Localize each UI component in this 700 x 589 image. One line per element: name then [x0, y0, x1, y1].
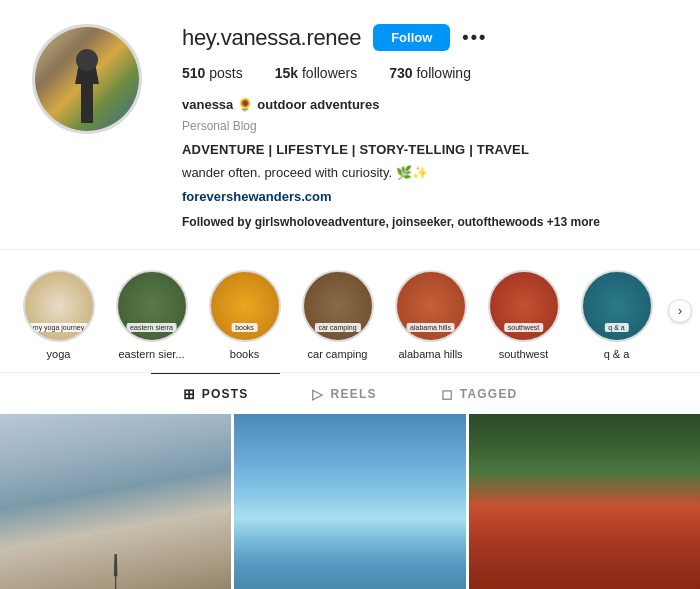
highlight-yoga[interactable]: my yoga journeyyoga: [16, 270, 101, 360]
highlight-alabama-hills[interactable]: alabama hillsalabama hills: [388, 270, 473, 360]
tagged-tab-label: TAGGED: [460, 387, 518, 401]
posts-label: posts: [209, 65, 242, 81]
posts-tab-icon: ⊞: [183, 386, 196, 402]
highlight-inner-label: southwest: [504, 323, 544, 332]
highlight-circle: my yoga journey: [23, 270, 95, 342]
stats-row: 510 posts 15k followers 730 following: [182, 65, 668, 81]
bio-description: ADVENTURE | LIFESTYLE | STORY-TELLING | …: [182, 140, 668, 161]
more-options-icon[interactable]: •••: [462, 27, 487, 48]
highlight-label: yoga: [19, 348, 99, 360]
highlight-inner-label: car camping: [314, 323, 360, 332]
followed-by-prefix: Followed by: [182, 215, 251, 229]
bio-emoji: 🌻: [237, 95, 253, 116]
followed-by-names[interactable]: girlswholoveadventure, joinseeker, outof…: [255, 215, 544, 229]
profile-info: hey.vanessa.renee Follow ••• 510 posts 1…: [182, 24, 668, 233]
reels-tab-icon: ▷: [312, 386, 324, 402]
highlights-section: my yoga journeyyogaeastern sierraeastern…: [0, 249, 700, 372]
highlight-inner-label: q & a: [604, 323, 628, 332]
highlight-circle: alabama hills: [395, 270, 467, 342]
tab-posts[interactable]: ⊞ POSTS: [151, 373, 281, 414]
posts-grid: [0, 414, 700, 589]
followers-label: followers: [302, 65, 357, 81]
highlight-qa[interactable]: q & aq & a: [574, 270, 659, 360]
highlight-label: eastern sier...: [112, 348, 192, 360]
avatar-image: [35, 27, 139, 131]
following-count: 730: [389, 65, 412, 81]
tab-reels[interactable]: ▷ REELS: [280, 373, 408, 414]
highlight-circle: car camping: [302, 270, 374, 342]
followers-stat[interactable]: 15k followers: [275, 65, 358, 81]
tab-tagged[interactable]: ◻ TAGGED: [409, 373, 550, 414]
highlight-inner-label: alabama hills: [406, 323, 455, 332]
highlight-inner-label: books: [231, 323, 258, 332]
highlight-inner-label: my yoga journey: [29, 323, 88, 332]
post-item[interactable]: [469, 414, 700, 589]
followed-by: Followed by girlswholoveadventure, joins…: [182, 213, 668, 232]
post-item[interactable]: [0, 414, 231, 589]
profile-section: hey.vanessa.renee Follow ••• 510 posts 1…: [0, 0, 700, 249]
username: hey.vanessa.renee: [182, 25, 361, 51]
bio-name: vanessa: [182, 95, 233, 116]
avatar: [32, 24, 142, 134]
avatar-container: [32, 24, 142, 134]
highlight-label: q & a: [577, 348, 657, 360]
followers-count: 15k: [275, 65, 298, 81]
following-label: following: [416, 65, 470, 81]
highlights-scroll: my yoga journeyyogaeastern sierraeastern…: [16, 266, 675, 364]
highlight-label: books: [205, 348, 285, 360]
highlight-label: alabama hills: [391, 348, 471, 360]
tabs-section: ⊞ POSTS ▷ REELS ◻ TAGGED: [0, 372, 700, 414]
highlight-inner-label: eastern sierra: [126, 323, 177, 332]
following-stat[interactable]: 730 following: [389, 65, 471, 81]
highlight-car-camping[interactable]: car campingcar camping: [295, 270, 380, 360]
highlight-circle: eastern sierra: [116, 270, 188, 342]
posts-tab-label: POSTS: [202, 387, 249, 401]
tagged-tab-icon: ◻: [441, 386, 454, 402]
highlight-label: car camping: [298, 348, 378, 360]
bio-name-row: vanessa 🌻 outdoor adventures: [182, 95, 668, 116]
highlight-circle: southwest: [488, 270, 560, 342]
highlight-books[interactable]: booksbooks: [202, 270, 287, 360]
reels-tab-label: REELS: [331, 387, 377, 401]
highlight-label: southwest: [484, 348, 564, 360]
bio-link[interactable]: forevershewanders.com: [182, 189, 332, 204]
highlight-southwest[interactable]: southwestsouthwest: [481, 270, 566, 360]
bio-category: outdoor adventures: [257, 95, 379, 116]
posts-count: 510: [182, 65, 205, 81]
highlight-eastern-sierra[interactable]: eastern sierraeastern sier...: [109, 270, 194, 360]
post-item[interactable]: [234, 414, 465, 589]
bio-type: Personal Blog: [182, 117, 668, 136]
posts-stat: 510 posts: [182, 65, 243, 81]
bio-tagline: wander often. proceed with curiosity. 🌿✨: [182, 163, 668, 184]
highlight-circle: q & a: [581, 270, 653, 342]
highlight-circle: books: [209, 270, 281, 342]
highlights-next-arrow[interactable]: ›: [668, 299, 692, 323]
followed-by-suffix: +13 more: [547, 215, 600, 229]
profile-top-row: hey.vanessa.renee Follow •••: [182, 24, 668, 51]
follow-button[interactable]: Follow: [373, 24, 450, 51]
bio-section: vanessa 🌻 outdoor adventures Personal Bl…: [182, 95, 668, 233]
